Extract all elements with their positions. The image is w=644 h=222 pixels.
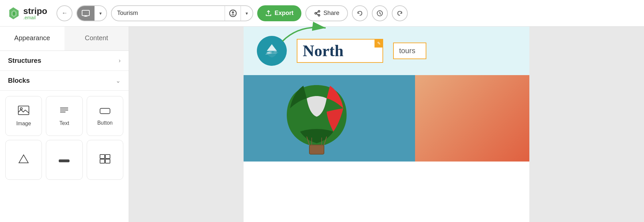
tab-appearance[interactable]: Appearance xyxy=(0,27,64,51)
svg-rect-21 xyxy=(100,159,105,163)
redo-icon xyxy=(396,10,403,17)
button-block-icon xyxy=(99,106,111,117)
share-icon xyxy=(314,10,321,17)
image-block-label: Image xyxy=(16,121,31,127)
svg-rect-22 xyxy=(105,159,110,163)
spacer xyxy=(244,162,529,168)
email-balloon-section xyxy=(244,75,529,162)
block-image[interactable]: Image xyxy=(5,96,42,136)
block-5[interactable] xyxy=(46,140,82,180)
svg-rect-1 xyxy=(85,16,87,16)
tours-text: tours xyxy=(399,47,415,55)
structures-section-header[interactable]: Structures › xyxy=(0,51,129,71)
history-button[interactable] xyxy=(372,5,388,21)
text-block-label: Text xyxy=(59,120,69,126)
tours-text-box[interactable]: tours xyxy=(393,43,426,59)
preview-dropdown-button[interactable]: ▾ xyxy=(94,5,106,21)
svg-line-8 xyxy=(317,14,318,15)
undo-icon xyxy=(357,10,363,17)
chevron-down-icon: ▾ xyxy=(99,11,102,16)
block-6[interactable] xyxy=(87,140,123,180)
structures-chevron-icon: › xyxy=(119,57,121,64)
button-block-label: Button xyxy=(97,120,113,126)
svg-rect-19 xyxy=(100,155,105,159)
block5-icon xyxy=(58,155,70,165)
redo-button[interactable] xyxy=(392,5,408,21)
svg-point-12 xyxy=(20,108,22,110)
preview-toggle-group: ▾ xyxy=(76,5,107,21)
upload-icon xyxy=(229,9,237,17)
project-name-group: ▾ xyxy=(111,5,253,21)
project-name-input[interactable] xyxy=(112,10,225,17)
balloon-svg xyxy=(260,82,373,162)
logo-brand-name: stripo xyxy=(23,7,47,15)
upload-button[interactable] xyxy=(225,6,241,21)
undo-button[interactable] xyxy=(352,5,368,21)
svg-marker-17 xyxy=(19,155,28,163)
share-label: Share xyxy=(323,10,339,17)
project-dropdown-button[interactable]: ▾ xyxy=(241,6,253,21)
logo-text: stripo .email xyxy=(23,7,47,20)
svg-point-4 xyxy=(318,10,320,12)
svg-point-5 xyxy=(318,14,320,16)
balloon-container xyxy=(260,82,373,162)
blocks-grid: Image Text xyxy=(0,91,129,185)
export-label: Export xyxy=(274,10,293,17)
left-panel: Appearance Content Structures › Blocks ⌄ xyxy=(0,27,129,222)
tab-content[interactable]: Content xyxy=(64,27,129,51)
block-button[interactable]: Button xyxy=(87,96,123,136)
export-button[interactable]: Export xyxy=(257,5,301,21)
preview-icon xyxy=(82,10,90,17)
blocks-section-header[interactable]: Blocks ⌄ xyxy=(0,71,129,91)
svg-rect-18 xyxy=(59,160,69,162)
structures-title: Structures xyxy=(8,57,41,64)
svg-rect-2 xyxy=(84,16,88,17)
email-header-section: ✎ North tours xyxy=(244,27,529,75)
north-text-box[interactable]: ✎ North xyxy=(297,39,383,63)
canvas-area: ✎ North tours xyxy=(129,27,644,222)
svg-point-6 xyxy=(315,12,317,14)
svg-rect-16 xyxy=(100,108,110,114)
stripo-logo-icon xyxy=(7,6,21,21)
svg-rect-26 xyxy=(309,145,324,154)
edit-icon: ✎ xyxy=(375,39,383,48)
text-block-icon xyxy=(59,106,69,117)
blocks-title: Blocks xyxy=(8,77,30,84)
back-button[interactable]: ← xyxy=(56,5,72,21)
preview-button[interactable] xyxy=(77,5,94,21)
brand-logo-svg xyxy=(260,39,283,62)
logo: stripo .email xyxy=(7,6,47,21)
back-icon: ← xyxy=(61,10,67,17)
blocks-chevron-icon: ⌄ xyxy=(116,77,121,84)
block4-icon xyxy=(18,154,29,166)
brand-logo xyxy=(257,36,287,66)
block6-icon xyxy=(100,154,110,166)
history-icon xyxy=(376,10,383,17)
app-header: stripo .email ← ▾ ▾ xyxy=(0,0,644,27)
logo-domain: .email xyxy=(23,15,47,20)
image-block-icon xyxy=(18,106,29,117)
tabs-row: Appearance Content xyxy=(0,27,129,51)
svg-rect-0 xyxy=(82,10,89,16)
dropdown-arrow-icon: ▾ xyxy=(246,11,248,16)
north-heading: North xyxy=(303,42,344,59)
block-4[interactable] xyxy=(5,140,42,180)
svg-line-7 xyxy=(317,12,318,13)
block-text[interactable]: Text xyxy=(46,96,82,136)
balloon-gradient-bg xyxy=(415,75,529,162)
email-canvas: ✎ North tours xyxy=(244,27,529,222)
svg-rect-20 xyxy=(105,155,110,159)
export-icon xyxy=(265,10,272,17)
share-button[interactable]: Share xyxy=(305,5,348,21)
main-layout: Appearance Content Structures › Blocks ⌄ xyxy=(0,27,644,222)
